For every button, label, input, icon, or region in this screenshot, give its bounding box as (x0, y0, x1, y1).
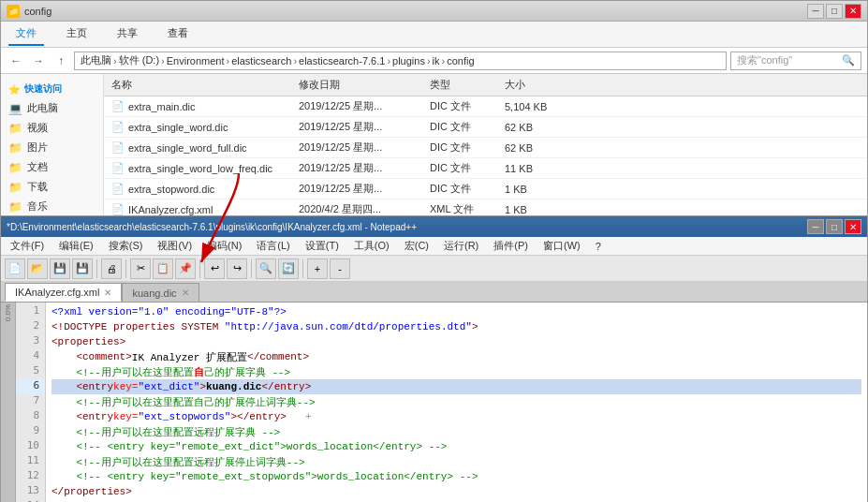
sidebar-item-pictures[interactable]: 📁 图片 (1, 138, 103, 157)
save-button[interactable]: 💾 (50, 258, 70, 279)
code-line-9: <!--用户可以在这里配置远程扩展字典 --> (51, 424, 861, 439)
margin-percent: 0.0% (4, 304, 12, 321)
sidebar-quick-access[interactable]: ⭐ 快速访问 (1, 80, 103, 98)
back-button[interactable]: ← (7, 52, 25, 70)
close-button[interactable]: ✕ (845, 4, 861, 19)
line-num-9: 9 (16, 424, 45, 439)
editor-area: 0.0% 1 2 3 4 5 6 7 8 9 10 11 12 13 14 <?… (1, 303, 867, 502)
file-name: 📄extra_single_word_full.dic (108, 139, 295, 156)
code-area[interactable]: <?xml version="1.0" encoding="UTF-8"?> <… (46, 303, 867, 502)
col-size[interactable]: 大小 (501, 76, 576, 94)
menu-settings[interactable]: 设置(T) (302, 238, 343, 254)
line-num-10: 10 (16, 439, 45, 454)
documents-folder-icon: 📁 (8, 161, 22, 174)
forward-button[interactable]: → (29, 52, 48, 70)
toolbar-separator (199, 259, 200, 278)
notepad-tabs: IKAnalyzer.cfg.xml ✕ kuang.dic ✕ (1, 282, 867, 303)
copy-button[interactable]: 📋 (153, 258, 173, 279)
code-line-10: <!-- <entry key="remote_ext_dict">words_… (51, 439, 861, 454)
zoom-out-button[interactable]: - (330, 258, 350, 279)
tab-close-icon[interactable]: ✕ (104, 288, 111, 298)
replace-button[interactable]: 🔄 (278, 258, 299, 279)
tab-close-icon[interactable]: ✕ (182, 288, 189, 298)
menu-encoding[interactable]: 编码(N) (203, 238, 245, 254)
notepad-window: *D:\Environment\elasticsearch\elasticsea… (0, 215, 868, 502)
notepad-title-bar: *D:\Environment\elasticsearch\elasticsea… (1, 216, 867, 237)
file-row[interactable]: 📄extra_single_word_full.dic 2019/12/25 星… (104, 138, 867, 158)
cut-button[interactable]: ✂ (130, 258, 151, 279)
menu-macro[interactable]: 宏(C) (401, 238, 433, 254)
paste-button[interactable]: 📌 (175, 258, 196, 279)
np-close-button[interactable]: ✕ (845, 219, 861, 234)
open-button[interactable]: 📂 (27, 258, 48, 279)
path-plugins: plugins (392, 55, 425, 66)
file-date: 2019/12/25 星期... (295, 180, 426, 198)
menu-tools[interactable]: 工具(O) (350, 238, 393, 254)
menu-file[interactable]: 文件(F) (7, 238, 48, 254)
tab-kuang[interactable]: kuang.dic ✕ (122, 283, 199, 302)
file-type: DIC 文件 (426, 159, 501, 177)
zoom-in-button[interactable]: + (307, 258, 328, 279)
redo-button[interactable]: ↪ (227, 258, 247, 279)
menu-help[interactable]: ? (592, 240, 605, 253)
address-bar: ← → ↑ 此电脑 › 软件 (D:) › Environment › elas… (1, 48, 867, 74)
find-button[interactable]: 🔍 (256, 258, 276, 279)
minimize-button[interactable]: ─ (807, 4, 824, 19)
sidebar-item-music[interactable]: 📁 音乐 (1, 197, 103, 216)
new-button[interactable]: 📄 (5, 258, 25, 279)
file-size: 11 KB (501, 159, 576, 177)
sidebar-item-videos[interactable]: 📁 视频 (1, 118, 103, 138)
tab-label: kuang.dic (132, 288, 176, 299)
np-maximize-button[interactable]: □ (826, 219, 843, 234)
file-row[interactable]: 📄extra_single_word.dic 2019/12/25 星期... … (104, 117, 867, 138)
tab-ikanalyzer[interactable]: IKAnalyzer.cfg.xml ✕ (5, 283, 122, 302)
menu-search[interactable]: 搜索(S) (105, 238, 147, 254)
sidebar-item-downloads[interactable]: 📁 下载 (1, 177, 103, 197)
sidebar-item-thispc[interactable]: 💻 此电脑 (1, 98, 103, 118)
menu-view[interactable]: 视图(V) (154, 238, 196, 254)
xml-icon: 📄 (111, 203, 125, 215)
print-button[interactable]: 🖨 (101, 258, 122, 279)
file-row[interactable]: 📄extra_main.dic 2019/12/25 星期... DIC 文件 … (104, 96, 867, 117)
notepad-menu: 文件(F) 编辑(E) 搜索(S) 视图(V) 编码(N) 语言(L) 设置(T… (1, 237, 867, 256)
line-num-2: 2 (16, 319, 45, 334)
line-num-13: 13 (16, 484, 45, 499)
file-row[interactable]: 📄extra_single_word_low_freq.dic 2019/12/… (104, 158, 867, 179)
line-num-7: 7 (16, 394, 45, 409)
search-icon: 🔍 (842, 54, 855, 66)
line-num-6: 6 (16, 379, 45, 394)
ribbon-tab-file[interactable]: 文件 (8, 22, 44, 46)
menu-run[interactable]: 运行(R) (440, 238, 482, 254)
explorer-main: ⭐ 快速访问 💻 此电脑 📁 视频 📁 图片 📁 文档 📁 下载 (1, 74, 867, 233)
file-name: 📄extra_single_word_low_freq.dic (108, 159, 295, 177)
code-line-12: <!-- <entry key="remote_ext_stopwords">w… (51, 469, 861, 484)
file-date: 2019/12/25 星期... (295, 159, 426, 177)
menu-edit[interactable]: 编辑(E) (55, 238, 97, 254)
code-line-13: </properties> (51, 484, 861, 499)
address-path[interactable]: 此电脑 › 软件 (D:) › Environment › elasticsea… (74, 52, 727, 70)
sidebar-item-documents[interactable]: 📁 文档 (1, 157, 103, 177)
save-all-button[interactable]: 💾 (72, 258, 93, 279)
path-es-ver: elasticsearch-7.6.1 (299, 55, 385, 66)
up-button[interactable]: ↑ (51, 52, 70, 70)
col-name[interactable]: 名称 (108, 76, 295, 94)
ribbon-tab-view[interactable]: 查看 (160, 22, 196, 46)
menu-language[interactable]: 语言(L) (253, 238, 293, 254)
ribbon-tab-home[interactable]: 主页 (59, 22, 95, 46)
file-type: DIC 文件 (426, 97, 501, 115)
search-placeholder: 搜索"config" (737, 53, 792, 67)
menu-window[interactable]: 窗口(W) (539, 238, 584, 254)
maximize-button[interactable]: □ (826, 4, 843, 19)
np-minimize-button[interactable]: ─ (807, 219, 824, 234)
ribbon-tab-share[interactable]: 共享 (110, 22, 145, 46)
undo-button[interactable]: ↩ (204, 258, 225, 279)
col-type[interactable]: 类型 (426, 76, 501, 94)
file-size: 62 KB (501, 118, 576, 136)
sidebar: ⭐ 快速访问 💻 此电脑 📁 视频 📁 图片 📁 文档 📁 下载 (1, 74, 104, 233)
menu-plugins[interactable]: 插件(P) (490, 238, 532, 254)
code-line-3: <properties> (51, 334, 861, 349)
col-date[interactable]: 修改日期 (295, 76, 426, 94)
search-box[interactable]: 搜索"config" 🔍 (730, 52, 861, 70)
toolbar-separator (302, 259, 303, 278)
file-row[interactable]: 📄extra_stopword.dic 2019/12/25 星期... DIC… (104, 179, 867, 199)
